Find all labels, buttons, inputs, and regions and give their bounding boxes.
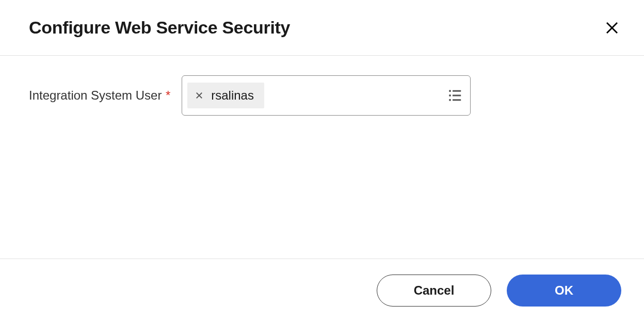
ok-button[interactable]: OK	[507, 275, 621, 307]
integration-system-user-picker[interactable]: rsalinas	[182, 75, 471, 116]
svg-rect-9	[453, 99, 461, 101]
close-button[interactable]	[603, 19, 621, 37]
x-icon	[195, 91, 204, 100]
remove-chip-button[interactable]	[195, 91, 204, 100]
configure-web-service-security-dialog: Configure Web Service Security Integrati…	[0, 0, 644, 322]
svg-point-4	[449, 90, 451, 92]
close-icon	[604, 20, 620, 36]
dialog-body: Integration System User * rsalinas	[0, 56, 644, 259]
required-indicator: *	[166, 88, 170, 102]
cancel-button[interactable]: Cancel	[377, 275, 491, 307]
chip-label: rsalinas	[211, 88, 254, 103]
svg-rect-5	[453, 90, 461, 92]
svg-point-6	[449, 94, 451, 96]
dialog-title: Configure Web Service Security	[29, 18, 290, 38]
selected-user-chip: rsalinas	[187, 83, 264, 108]
field-label-wrapper: Integration System User *	[29, 88, 170, 103]
svg-rect-7	[453, 95, 461, 96]
dialog-header: Configure Web Service Security	[0, 0, 644, 56]
svg-point-8	[449, 99, 451, 101]
dialog-footer: Cancel OK	[0, 259, 644, 322]
integration-system-user-field: Integration System User * rsalinas	[29, 75, 615, 116]
field-label: Integration System User	[29, 88, 162, 102]
open-picker-button[interactable]	[447, 88, 463, 103]
list-icon	[447, 88, 463, 103]
